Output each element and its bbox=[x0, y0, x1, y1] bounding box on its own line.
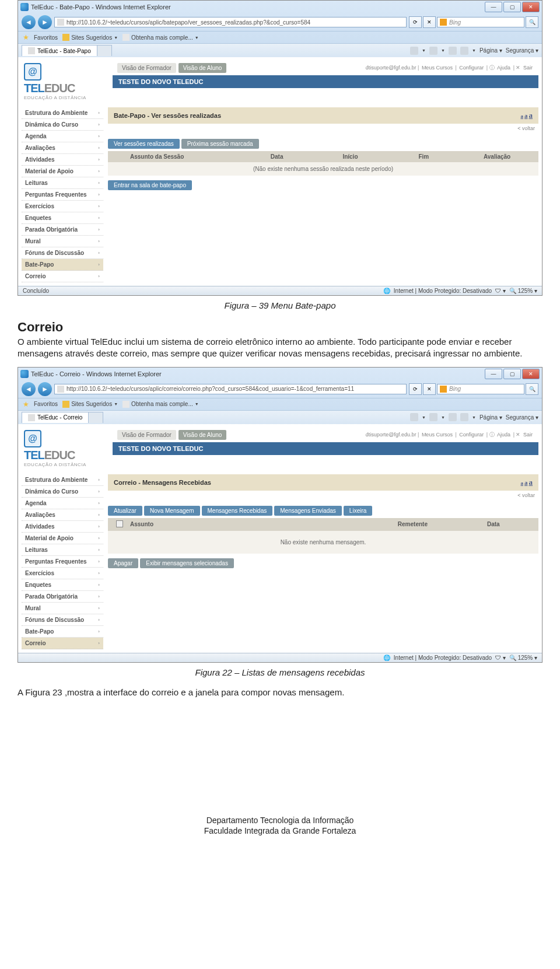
forward-button[interactable]: ► bbox=[38, 15, 52, 29]
sidebar-item-mural[interactable]: Mural› bbox=[22, 236, 103, 247]
protected-mode-icon[interactable]: 🛡 ▾ bbox=[495, 655, 506, 661]
apagar-button[interactable]: Apagar bbox=[108, 558, 138, 568]
visao-formador-tab[interactable]: Visão de Formador bbox=[117, 430, 176, 440]
sidebar-item-parada[interactable]: Parada Obrigatória› bbox=[22, 224, 103, 236]
favorites-label[interactable]: Favoritos bbox=[34, 401, 58, 407]
sidebar-item-material[interactable]: Material de Apoio› bbox=[22, 533, 103, 544]
sidebar-item-agenda[interactable]: Agenda› bbox=[22, 498, 103, 509]
security-menu[interactable]: Segurança ▾ bbox=[506, 47, 538, 54]
favorites-label[interactable]: Favoritos bbox=[34, 34, 58, 41]
zoom-control[interactable]: 🔍 125% ▾ bbox=[509, 288, 537, 294]
back-button[interactable]: ◄ bbox=[22, 382, 36, 396]
meus-cursos-link[interactable]: Meus Cursos bbox=[422, 432, 453, 438]
home-icon[interactable] bbox=[410, 413, 418, 421]
minimize-button[interactable]: — bbox=[485, 369, 502, 379]
sair-link[interactable]: Sair bbox=[523, 65, 533, 71]
visao-aluno-tab[interactable]: Visão de Aluno bbox=[178, 430, 227, 440]
sidebar-item-exercicios[interactable]: Exercícios› bbox=[22, 201, 103, 212]
obtenha-link[interactable]: Obtenha mais comple... ▼ bbox=[123, 401, 199, 408]
meus-cursos-link[interactable]: Meus Cursos bbox=[422, 65, 453, 71]
visao-formador-tab[interactable]: Visão de Formador bbox=[117, 63, 176, 73]
search-go-button[interactable]: 🔍 bbox=[526, 16, 538, 28]
entrar-sala-button[interactable]: Entrar na sala de bate-papo bbox=[108, 180, 192, 190]
search-box[interactable]: Bing bbox=[437, 17, 524, 27]
sidebar-item-perguntas[interactable]: Perguntas Frequentes› bbox=[22, 189, 103, 201]
maximize-button[interactable]: ▢ bbox=[503, 2, 521, 12]
sidebar-item-avaliacoes[interactable]: Avaliações› bbox=[22, 142, 103, 154]
search-go-button[interactable]: 🔍 bbox=[526, 383, 538, 395]
sair-link[interactable]: Sair bbox=[523, 432, 533, 438]
minimize-button[interactable]: — bbox=[485, 2, 502, 12]
mail-icon[interactable] bbox=[449, 413, 457, 421]
forward-button[interactable]: ► bbox=[38, 382, 52, 396]
refresh-button[interactable]: ⟳ bbox=[409, 383, 422, 395]
print-icon[interactable] bbox=[460, 413, 468, 421]
font-size-controls[interactable]: aaa bbox=[520, 111, 533, 120]
sidebar-item-enquetes[interactable]: Enquetes› bbox=[22, 579, 103, 591]
sidebar-item-batepapo[interactable]: Bate-Papo› bbox=[22, 626, 103, 638]
maximize-button[interactable]: ▢ bbox=[503, 369, 521, 379]
feeds-icon[interactable] bbox=[429, 413, 438, 421]
tab-nova-mensagem[interactable]: Nova Mensagem bbox=[144, 506, 200, 516]
sidebar-item-dinamica[interactable]: Dinâmica do Curso› bbox=[22, 119, 103, 131]
sidebar-item-mural[interactable]: Mural› bbox=[22, 603, 103, 614]
ajuda-link[interactable]: Ajuda bbox=[497, 65, 510, 71]
sidebar-item-correio[interactable]: Correio› bbox=[22, 271, 103, 282]
stop-button[interactable]: ✕ bbox=[423, 16, 436, 28]
tab-ver-sessoes[interactable]: Ver sessões realizadas bbox=[108, 139, 180, 149]
search-box[interactable]: Bing bbox=[437, 384, 524, 394]
configurar-link[interactable]: Configurar bbox=[459, 65, 484, 71]
obtenha-link[interactable]: Obtenha mais comple... ▼ bbox=[123, 34, 199, 41]
new-tab-button[interactable] bbox=[88, 412, 103, 423]
voltar-link[interactable]: < voltar bbox=[108, 124, 538, 133]
sidebar-item-atividades[interactable]: Atividades› bbox=[22, 521, 103, 533]
sidebar-item-perguntas[interactable]: Perguntas Frequentes› bbox=[22, 556, 103, 568]
sites-sugeridos-link[interactable]: Sites Sugeridos ▼ bbox=[62, 401, 118, 408]
close-button[interactable]: ✕ bbox=[522, 2, 540, 12]
sidebar-item-material[interactable]: Material de Apoio› bbox=[22, 166, 103, 177]
exibir-selecionadas-button[interactable]: Exibir mensagens selecionadas bbox=[140, 558, 234, 568]
sidebar-item-enquetes[interactable]: Enquetes› bbox=[22, 212, 103, 224]
print-icon[interactable] bbox=[460, 47, 468, 55]
browser-tab[interactable]: TelEduc - Bate-Papo bbox=[22, 45, 97, 56]
back-button[interactable]: ◄ bbox=[22, 15, 36, 29]
close-button[interactable]: ✕ bbox=[522, 369, 540, 379]
stop-button[interactable]: ✕ bbox=[423, 383, 436, 395]
sidebar-item-exercicios[interactable]: Exercícios› bbox=[22, 568, 103, 579]
browser-tab[interactable]: TelEduc - Correio bbox=[22, 412, 89, 423]
sites-sugeridos-link[interactable]: Sites Sugeridos ▼ bbox=[62, 34, 118, 41]
voltar-link[interactable]: < voltar bbox=[108, 491, 538, 500]
refresh-button[interactable]: ⟳ bbox=[409, 16, 422, 28]
tab-recebidas[interactable]: Mensagens Recebidas bbox=[202, 506, 273, 516]
home-icon[interactable] bbox=[410, 47, 418, 55]
address-bar[interactable]: http://10.10.6.2/~teleduc/cursos/aplic/c… bbox=[54, 384, 407, 394]
sidebar-item-correio[interactable]: Correio› bbox=[22, 638, 103, 649]
visao-aluno-tab[interactable]: Visão de Aluno bbox=[178, 63, 227, 73]
zoom-control[interactable]: 🔍 125% ▾ bbox=[509, 655, 537, 661]
new-tab-button[interactable] bbox=[97, 45, 112, 56]
page-menu[interactable]: Página ▾ bbox=[480, 47, 502, 54]
sidebar-item-parada[interactable]: Parada Obrigatória› bbox=[22, 591, 103, 603]
sidebar-item-leituras[interactable]: Leituras› bbox=[22, 177, 103, 189]
configurar-link[interactable]: Configurar bbox=[459, 432, 484, 438]
tab-lixeira[interactable]: Lixeira bbox=[344, 506, 372, 516]
tab-enviadas[interactable]: Mensagens Enviadas bbox=[274, 506, 342, 516]
select-all-checkbox[interactable] bbox=[116, 520, 123, 527]
sidebar-item-estrutura[interactable]: Estrutura do Ambiente› bbox=[22, 107, 103, 119]
favorites-star-icon[interactable]: ★ bbox=[23, 33, 29, 41]
font-size-controls[interactable]: aaa bbox=[520, 478, 533, 487]
favorites-star-icon[interactable]: ★ bbox=[23, 400, 29, 408]
mail-icon[interactable] bbox=[449, 47, 457, 55]
sidebar-item-foruns[interactable]: Fóruns de Discussão› bbox=[22, 614, 103, 626]
address-bar[interactable]: http://10.10.6.2/~teleduc/cursos/aplic/b… bbox=[54, 17, 407, 27]
sidebar-item-estrutura[interactable]: Estrutura do Ambiente› bbox=[22, 474, 103, 486]
tab-atualizar[interactable]: Atualizar bbox=[108, 506, 142, 516]
page-menu[interactable]: Página ▾ bbox=[480, 414, 502, 421]
feeds-icon[interactable] bbox=[429, 47, 438, 55]
sidebar-item-leituras[interactable]: Leituras› bbox=[22, 544, 103, 556]
security-menu[interactable]: Segurança ▾ bbox=[506, 414, 538, 421]
sidebar-item-atividades[interactable]: Atividades› bbox=[22, 154, 103, 166]
sidebar-item-foruns[interactable]: Fóruns de Discussão› bbox=[22, 247, 103, 259]
ajuda-link[interactable]: Ajuda bbox=[497, 432, 510, 438]
tab-proxima-sessao[interactable]: Próxima sessão marcada bbox=[181, 139, 259, 149]
